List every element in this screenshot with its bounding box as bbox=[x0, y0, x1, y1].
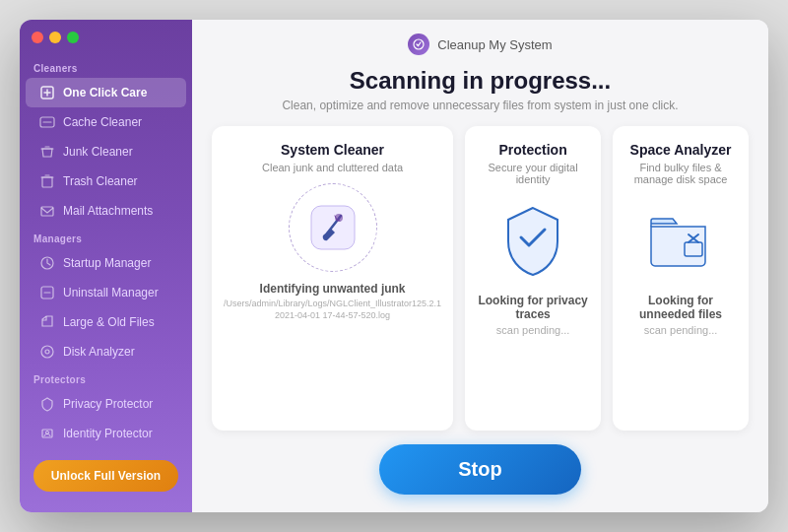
sidebar-item-disk-analyzer[interactable]: Disk Analyzer bbox=[26, 337, 186, 366]
sidebar-item-label: Startup Manager bbox=[63, 256, 151, 270]
startup-icon bbox=[39, 255, 55, 271]
disk-analyzer-icon bbox=[39, 344, 55, 360]
sidebar-item-uninstall-manager[interactable]: Uninstall Manager bbox=[26, 278, 186, 307]
cleaners-section-label: Cleaners bbox=[20, 55, 192, 78]
sidebar-item-label: Large & Old Files bbox=[63, 315, 155, 329]
system-cleaner-status: Identifying unwanted junk bbox=[260, 282, 406, 296]
sidebar-item-label: Trash Cleaner bbox=[63, 174, 138, 188]
page-subtitle: Clean, optimize and remove unnecessary f… bbox=[192, 99, 768, 126]
sidebar-item-one-click-care[interactable]: One Click Care bbox=[26, 78, 186, 107]
traffic-lights bbox=[32, 32, 79, 43]
mail-icon bbox=[39, 203, 55, 219]
sidebar-item-mail-attachments[interactable]: Mail Attachments bbox=[26, 196, 186, 226]
sidebar-item-startup-manager[interactable]: Startup Manager bbox=[26, 248, 186, 278]
sidebar: Cleaners One Click Care Cache Cleaner Ju… bbox=[20, 20, 192, 512]
sidebar-item-label: Uninstall Manager bbox=[63, 286, 159, 299]
app-title-label: Cleanup My System bbox=[437, 37, 552, 52]
main-content: Cleanup My System Scanning in progress..… bbox=[192, 20, 768, 512]
cache-cleaner-icon bbox=[39, 114, 55, 130]
large-files-icon bbox=[39, 314, 55, 330]
sidebar-item-junk-cleaner[interactable]: Junk Cleaner bbox=[26, 137, 186, 166]
page-title: Scanning in progress... bbox=[192, 63, 768, 99]
minimize-button[interactable] bbox=[49, 32, 61, 43]
junk-cleaner-icon bbox=[39, 144, 55, 160]
system-cleaner-title: System Cleaner bbox=[281, 142, 384, 158]
protection-title: Protection bbox=[498, 142, 566, 158]
protectors-section-label: Protectors bbox=[20, 366, 192, 389]
sidebar-item-privacy-protector[interactable]: Privacy Protector bbox=[26, 389, 186, 419]
identity-icon bbox=[39, 426, 55, 441]
maximize-button[interactable] bbox=[67, 32, 79, 43]
managers-section-label: Managers bbox=[20, 226, 192, 248]
protection-status: Looking for privacy traces bbox=[477, 294, 589, 321]
system-cleaner-path: /Users/admin/Library/Logs/NGLClient_Illu… bbox=[224, 299, 441, 321]
unlock-full-version-button[interactable]: Unlock Full Version bbox=[33, 460, 178, 492]
system-cleaner-card: System Cleaner Clean junk and cluttered … bbox=[212, 126, 453, 431]
sidebar-item-label: One Click Care bbox=[63, 86, 147, 100]
stop-button-container: Stop bbox=[192, 431, 768, 512]
cards-container: System Cleaner Clean junk and cluttered … bbox=[192, 126, 768, 431]
uninstall-icon bbox=[39, 285, 55, 300]
folder-icon bbox=[641, 205, 720, 274]
space-analyzer-status: Looking for unneeded files bbox=[624, 294, 737, 321]
sidebar-item-label: Junk Cleaner bbox=[63, 145, 133, 159]
sidebar-item-label: Mail Attachments bbox=[63, 204, 153, 218]
space-analyzer-pending: scan pending... bbox=[644, 324, 718, 336]
space-analyzer-card: Space Analyzer Find bulky files & manage… bbox=[613, 126, 749, 431]
shield-icon bbox=[498, 200, 567, 279]
cleaner-dots bbox=[289, 183, 377, 272]
sidebar-item-label: Disk Analyzer bbox=[63, 345, 135, 359]
svg-point-6 bbox=[45, 350, 49, 354]
sidebar-item-cache-cleaner[interactable]: Cache Cleaner bbox=[26, 107, 186, 137]
protection-card: Protection Secure your digital identity … bbox=[465, 126, 601, 431]
system-cleaner-subtitle: Clean junk and cluttered data bbox=[262, 162, 403, 173]
sidebar-item-label: Identity Protector bbox=[63, 427, 153, 440]
app-icon bbox=[408, 33, 429, 55]
protection-pending: scan pending... bbox=[496, 324, 570, 336]
sidebar-item-large-old-files[interactable]: Large & Old Files bbox=[26, 307, 186, 337]
close-button[interactable] bbox=[32, 32, 43, 43]
trash-cleaner-icon bbox=[39, 173, 55, 189]
space-analyzer-subtitle: Find bulky files & manage disk space bbox=[624, 162, 737, 185]
privacy-icon bbox=[39, 396, 55, 412]
space-analyzer-illustration bbox=[636, 195, 725, 284]
protection-subtitle: Secure your digital identity bbox=[477, 162, 589, 185]
sidebar-item-label: Cache Cleaner bbox=[63, 115, 142, 129]
sidebar-item-trash-cleaner[interactable]: Trash Cleaner bbox=[26, 166, 186, 196]
app-window: Cleaners One Click Care Cache Cleaner Ju… bbox=[20, 20, 768, 512]
svg-point-5 bbox=[41, 346, 53, 358]
protection-illustration bbox=[489, 195, 577, 284]
system-cleaner-illustration bbox=[289, 183, 377, 272]
one-click-care-icon bbox=[39, 85, 55, 100]
space-analyzer-title: Space Analyzer bbox=[630, 142, 732, 158]
stop-button[interactable]: Stop bbox=[379, 444, 580, 495]
sidebar-item-label: Privacy Protector bbox=[63, 397, 153, 411]
app-header: Cleanup My System bbox=[192, 20, 768, 63]
svg-rect-2 bbox=[41, 207, 53, 216]
sidebar-item-identity-protector[interactable]: Identity Protector bbox=[26, 419, 186, 448]
